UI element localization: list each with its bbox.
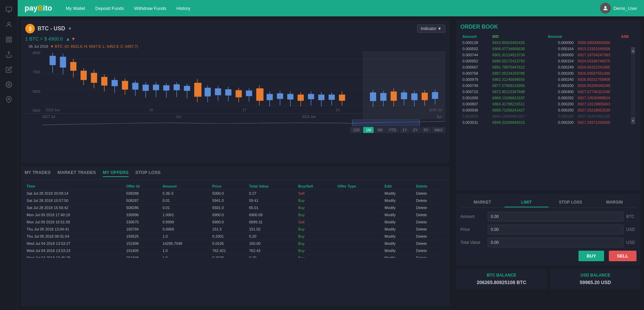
ob-scroll-up[interactable]: ▲ [631, 47, 635, 54]
sidebar-icon-monitor[interactable] [3, 3, 15, 16]
time-btn-1m[interactable]: 1M [363, 127, 374, 133]
table-cell: 0.0105 [210, 240, 247, 247]
ob-bid: 6849.31506849315 [490, 119, 546, 126]
table-cell[interactable]: Delete [414, 233, 446, 240]
table-cell: 160794 [124, 226, 160, 233]
svg-rect-59 [267, 94, 273, 100]
table-cell: 6501.0 [210, 204, 247, 211]
table-cell[interactable]: Delete [414, 197, 446, 204]
table-cell[interactable]: Modify [383, 226, 414, 233]
table-cell[interactable]: Modify [383, 247, 414, 254]
table-cell [335, 226, 383, 233]
ob-ask-amount: 0.000249 [546, 64, 576, 70]
ob-col-ask-amount: Amount [546, 33, 576, 40]
table-cell[interactable]: Modify [383, 219, 414, 226]
table-cell[interactable]: Modify [383, 254, 414, 258]
table-cell[interactable]: Delete [414, 211, 446, 219]
nav-links: My Wallet Deposit Funds Withdraw Funds H… [66, 6, 190, 11]
orderbook-title: ORDER BOOK [460, 24, 636, 30]
chart-canvas: 06 Jul 2018 ▼ BTC: (O: 6531.6; H: 6547.8… [25, 44, 445, 133]
sell-button[interactable]: SELL [609, 251, 636, 261]
table-cell: 0.27 [247, 190, 296, 197]
buy-button[interactable]: BUY [578, 251, 604, 261]
svg-rect-6 [6, 40, 8, 42]
trading-tab-margin[interactable]: MARGIN [592, 198, 636, 207]
sidebar-icon-edit[interactable] [3, 63, 15, 76]
ob-scroll-down[interactable]: ▼ [631, 117, 635, 124]
table-cell[interactable]: Delete [414, 219, 446, 226]
sidebar-icon-share[interactable] [3, 48, 15, 61]
trading-tab-limit[interactable]: LIMIT [504, 198, 548, 207]
price-input[interactable] [488, 225, 624, 234]
y-label-8000: 8000 [25, 51, 40, 55]
ob-ask: 6927.25218052530 [576, 107, 631, 113]
trading-tab-stop-loss[interactable]: STOP LOSS [548, 198, 592, 207]
time-btn-3m[interactable]: 3M [374, 127, 385, 133]
table-cell[interactable]: Modify [383, 190, 414, 197]
svg-point-10 [8, 98, 10, 100]
svg-rect-7 [9, 40, 11, 42]
y-axis: 8000 7000 6000 5000 [25, 51, 42, 113]
ob-bid: 6877.57909215956 [490, 83, 546, 89]
pair-dropdown-arrow[interactable]: ▼ [68, 26, 72, 31]
table-cell[interactable]: Delete [414, 247, 446, 254]
time-btn-5y[interactable]: 5Y [421, 127, 431, 133]
table-cell[interactable]: Delete [414, 254, 446, 258]
table-cell: 0.20 [247, 233, 296, 240]
ob-bid-amount: 0.000936 [460, 107, 490, 113]
tab-stop-loss[interactable]: STOP LOSS [135, 170, 161, 177]
nav-history[interactable]: History [176, 6, 190, 11]
ob-bid-amount: 0.001000 [460, 95, 490, 101]
table-cell: Wed Jul 04 2018 13:53:27 [25, 240, 124, 247]
total-input[interactable] [488, 238, 624, 247]
logo-pay: pay [25, 4, 38, 13]
trading-tab-market[interactable]: MARKET [460, 198, 504, 207]
time-btn-2y[interactable]: 2Y [410, 127, 420, 133]
table-cell [335, 190, 383, 197]
table-cell[interactable]: Delete [414, 226, 446, 233]
x-label-jun: 2018 Jun [46, 108, 60, 112]
time-btn-max[interactable]: MAX [432, 127, 445, 133]
trades-scroll[interactable]: Time Offer Id Amount Price Total Value B… [25, 183, 446, 258]
tab-my-offers[interactable]: MY OFFERS [103, 170, 129, 177]
col-price: Price [210, 183, 247, 190]
svg-rect-80 [391, 91, 397, 101]
table-cell: Wed Jul 04 2018 13:45:28 [25, 254, 124, 258]
ob-bid-amount: 0.003054 [460, 113, 490, 119]
sidebar-icon-display[interactable] [3, 33, 15, 46]
ob-ask: 6927.25297981155 [576, 113, 631, 119]
indicator-button[interactable]: Indicator ▼ [417, 25, 445, 33]
table-cell[interactable]: Delete [414, 204, 446, 211]
table-cell[interactable]: Modify [383, 204, 414, 211]
orderbook-section: ORDER BOOK Amount BID Amount ASK 0.00012… [456, 20, 641, 190]
total-unit: USD [626, 240, 636, 245]
amount-input[interactable] [488, 212, 624, 221]
time-btn-10d[interactable]: 10D [350, 127, 362, 133]
tab-market-trades[interactable]: MARKET TRADES [57, 170, 96, 177]
topnav: payBito My Wallet Deposit Funds Withdraw… [18, 0, 644, 16]
table-cell[interactable]: Modify [383, 233, 414, 240]
svg-point-11 [604, 6, 606, 8]
time-btn-1y[interactable]: 1Y [400, 127, 410, 133]
y-label-7000: 7000 [25, 70, 40, 74]
ob-bid-amount: 0.000807 [460, 101, 490, 107]
user-section[interactable]: Demo_User [600, 3, 637, 14]
nav-deposit[interactable]: Deposit Funds [95, 6, 124, 11]
table-cell[interactable]: Modify [383, 197, 414, 204]
table-cell[interactable]: Delete [414, 240, 446, 247]
nav-wallet[interactable]: My Wallet [66, 6, 85, 11]
ob-ask-amount: 0.000400 [546, 89, 576, 95]
sidebar [0, 0, 18, 310]
nav-withdraw[interactable]: Withdraw Funds [134, 6, 166, 11]
time-btn-ytd[interactable]: YTD [386, 127, 399, 133]
table-cell[interactable]: Delete [414, 190, 446, 197]
table-cell[interactable]: Modify [383, 240, 414, 247]
pair-title: BTC - USD [38, 26, 65, 32]
tab-my-trades[interactable]: MY TRADES [25, 170, 51, 177]
table-cell[interactable]: Modify [383, 211, 414, 219]
sidebar-icon-settings[interactable] [3, 78, 15, 91]
ob-scrollbar[interactable]: ▲ ▼ [631, 47, 635, 124]
sidebar-icon-user[interactable] [3, 18, 15, 31]
sidebar-icon-location[interactable] [3, 93, 15, 106]
tl-oct: Oct [176, 115, 181, 119]
